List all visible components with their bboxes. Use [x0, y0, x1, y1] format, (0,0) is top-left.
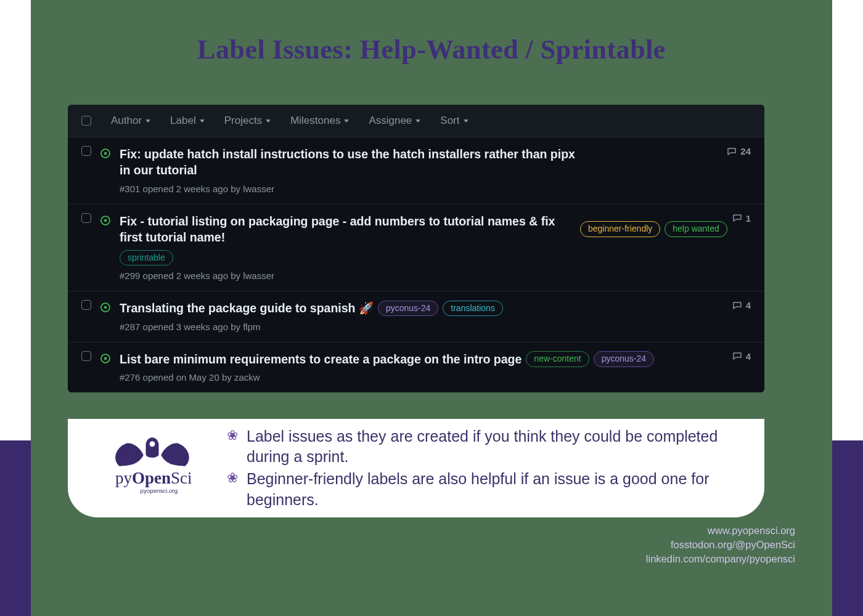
filter-sort[interactable]: Sort: [440, 115, 468, 127]
issue-row: Fix: update hatch install instructions t…: [68, 137, 764, 205]
tip-bullet: ❀Label issues as they are created if you…: [227, 426, 742, 468]
tip-card: pyOpenSci pyopensci.org ❀Label issues as…: [68, 419, 764, 517]
filter-projects[interactable]: Projects: [224, 115, 271, 127]
comment-count[interactable]: 1: [732, 213, 751, 224]
comment-count[interactable]: 4: [732, 351, 751, 362]
issue-label[interactable]: sprintable: [120, 250, 173, 265]
issue-title[interactable]: List bare minimum requirements to create…: [120, 351, 521, 367]
chevron-down-icon: [200, 120, 205, 123]
issue-label[interactable]: new-content: [526, 351, 589, 367]
issue-title[interactable]: Fix: update hatch install instructions t…: [120, 146, 576, 179]
svg-point-5: [104, 306, 107, 309]
chevron-down-icon: [344, 120, 349, 123]
issue-label[interactable]: help wanted: [665, 221, 727, 237]
issue-checkbox[interactable]: [81, 213, 91, 223]
issue-label[interactable]: translations: [443, 301, 503, 316]
issue-open-icon: [100, 302, 111, 313]
footer-link[interactable]: linkedin.com/company/pyopensci: [646, 552, 795, 566]
issue-checkbox[interactable]: [81, 351, 91, 361]
issue-label[interactable]: pyconus-24: [378, 301, 438, 316]
chevron-down-icon: [464, 120, 468, 123]
svg-point-3: [104, 219, 107, 222]
svg-point-7: [104, 357, 107, 360]
issue-meta: #299 opened 2 weeks ago by lwasser: [120, 270, 751, 281]
tip-bullet: ❀Beginner-friendly labels are also helpf…: [227, 469, 742, 511]
issue-checkbox[interactable]: [81, 300, 91, 310]
issue-label[interactable]: pyconus-24: [594, 351, 654, 367]
filter-label[interactable]: Label: [170, 115, 205, 127]
issue-open-icon: [100, 148, 111, 159]
issue-meta: #276 opened on May 20 by zackw: [120, 372, 751, 383]
slide: Label Issues: Help-Wanted / Sprintable A…: [31, 0, 832, 616]
flower-icon: ❀: [227, 469, 238, 488]
filter-author[interactable]: Author: [111, 115, 150, 127]
issue-checkbox[interactable]: [81, 146, 91, 156]
logo-tagline: pyopensci.org: [140, 487, 178, 494]
chevron-down-icon: [145, 120, 150, 123]
issue-label[interactable]: beginner-friendly: [580, 221, 660, 237]
comment-icon: [732, 213, 742, 223]
filter-milestones[interactable]: Milestones: [290, 115, 349, 127]
issue-open-icon: [100, 353, 111, 364]
pyopensci-logo: pyOpenSci pyopensci.org: [79, 433, 227, 504]
github-issues-panel: AuthorLabelProjectsMilestonesAssigneeSor…: [68, 105, 764, 392]
comment-icon: [732, 301, 742, 310]
issue-row: List bare minimum requirements to create…: [68, 342, 764, 392]
comment-count[interactable]: 4: [732, 300, 751, 310]
svg-text:pyOpenSci: pyOpenSci: [115, 469, 192, 487]
select-all-checkbox[interactable]: [81, 116, 91, 126]
svg-point-8: [149, 441, 155, 447]
chevron-down-icon: [266, 120, 271, 123]
issue-row: Translating the package guide to spanish…: [68, 291, 764, 342]
issue-row: Fix - tutorial listing on packaging page…: [68, 205, 764, 292]
comment-icon: [727, 147, 737, 156]
issues-filter-bar: AuthorLabelProjectsMilestonesAssigneeSor…: [68, 105, 764, 137]
svg-point-1: [104, 152, 107, 155]
chevron-down-icon: [415, 120, 420, 123]
issue-title[interactable]: Fix - tutorial listing on packaging page…: [120, 213, 576, 246]
issue-meta: #287 opened 3 weeks ago by flpm: [120, 322, 751, 332]
issue-open-icon: [100, 215, 111, 226]
flower-icon: ❀: [227, 426, 238, 445]
footer-links: www.pyopensci.orgfosstodon.org/@pyOpenSc…: [646, 524, 795, 566]
footer-link[interactable]: www.pyopensci.org: [646, 524, 795, 538]
footer-link[interactable]: fosstodon.org/@pyOpenSci: [646, 538, 795, 552]
tip-bullets: ❀Label issues as they are created if you…: [227, 425, 742, 512]
filter-assignee[interactable]: Assignee: [369, 115, 420, 127]
comment-icon: [732, 351, 742, 361]
issue-meta: #301 opened 2 weeks ago by lwasser: [120, 184, 751, 194]
comment-count[interactable]: 24: [727, 146, 751, 156]
issue-title[interactable]: Translating the package guide to spanish…: [120, 300, 374, 316]
page-title: Label Issues: Help-Wanted / Sprintable: [31, 34, 832, 65]
